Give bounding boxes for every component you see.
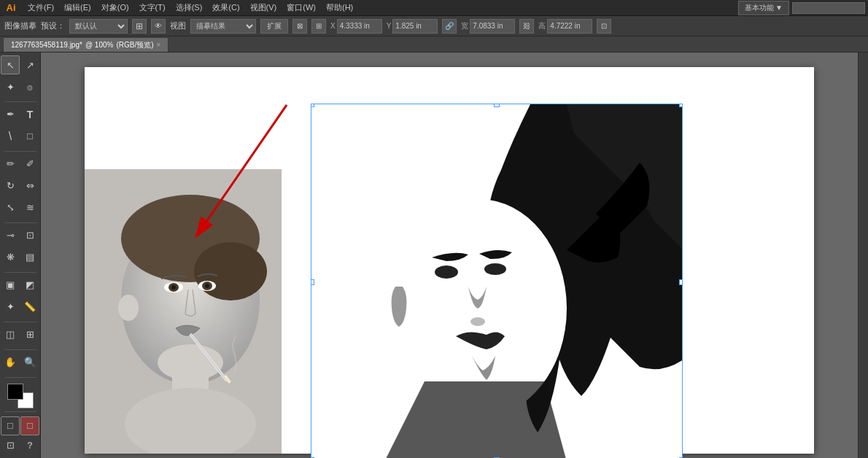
tab-bar: 12677635458119.jpg* @ 100% (RGB/预览) × xyxy=(0,36,868,53)
normal-mode-btn[interactable]: □ xyxy=(1,416,20,435)
paintbrush-tool[interactable]: ✏ xyxy=(1,155,20,174)
traced-result-svg xyxy=(311,104,683,458)
scale-tool[interactable]: ⤡ xyxy=(1,198,20,217)
tab-zoom: @ 100% xyxy=(85,41,114,49)
width-tool[interactable]: ⊸ xyxy=(1,226,20,245)
x-coord-group: X xyxy=(330,19,382,34)
h-coord-group: 高 xyxy=(538,19,592,34)
line-segment-tool[interactable]: \ xyxy=(1,127,20,146)
slice-tool[interactable]: ◩ xyxy=(20,276,39,295)
rotate-tool[interactable]: ↻ xyxy=(1,176,20,195)
selection-handle-mr xyxy=(679,279,683,285)
preset-label: 预设： xyxy=(41,20,65,31)
foreground-color-swatch[interactable] xyxy=(7,384,23,400)
svg-point-6 xyxy=(171,285,176,290)
quick-mask-btn[interactable]: □ xyxy=(20,416,39,435)
free-transform-tool[interactable]: ⊡ xyxy=(20,226,39,245)
y-input[interactable] xyxy=(392,19,438,34)
workspace-button[interactable]: 基本功能 ▼ xyxy=(738,1,789,15)
selection-handle-ml xyxy=(311,279,314,285)
pen-tool[interactable]: ✒ xyxy=(1,105,20,124)
w-label: 宽 xyxy=(461,21,468,31)
w-input[interactable] xyxy=(470,19,515,34)
symbol-sprayer-tool[interactable]: ❋ xyxy=(1,248,20,267)
link-icon[interactable]: 🔗 xyxy=(442,19,457,34)
options-icon-1[interactable]: ⊠ xyxy=(292,19,307,34)
svg-point-9 xyxy=(205,284,209,288)
lasso-tool[interactable]: ⌾ xyxy=(20,77,39,96)
view-icon[interactable]: 👁 xyxy=(151,19,166,34)
selection-tool[interactable]: ↖ xyxy=(1,55,20,74)
type-tool[interactable]: T xyxy=(20,105,39,124)
menu-bar: Ai 文件(F) 编辑(E) 对象(O) 文字(T) 选择(S) 效果(C) 视… xyxy=(0,0,868,16)
tab-mode: (RGB/预览) xyxy=(116,40,153,50)
traced-image xyxy=(311,104,683,458)
mirror-tool[interactable]: ⇔ xyxy=(20,176,39,195)
measure-tool[interactable]: 📏 xyxy=(20,298,39,317)
menu-select[interactable]: 选择(S) xyxy=(171,1,207,15)
w-coord-group: 宽 xyxy=(461,19,515,34)
selection-handle-tr xyxy=(679,104,683,107)
menu-file[interactable]: 文件(F) xyxy=(23,1,58,15)
h-label: 高 xyxy=(538,21,546,31)
y-label: Y xyxy=(387,22,392,30)
search-input[interactable] xyxy=(792,2,865,14)
options-bar: 图像描摹 预设： 默认认 ⊞ 👁 视图 描摹结果 扩展 ⊠ ⊞ X Y 🔗 宽 … xyxy=(0,16,868,36)
menu-window[interactable]: 窗口(W) xyxy=(282,1,320,15)
rectangle-tool[interactable]: □ xyxy=(20,127,39,146)
tab-filename: 12677635458119.jpg* xyxy=(11,41,82,49)
menu-help[interactable]: 帮助(H) xyxy=(322,1,357,15)
workspace-controls: 基本功能 ▼ xyxy=(738,1,865,15)
mesh-tool[interactable]: ⊞ xyxy=(20,325,39,344)
x-label: X xyxy=(330,22,336,30)
direct-selection-tool[interactable]: ↗ xyxy=(20,55,39,74)
selection-handle-tm xyxy=(494,104,500,107)
expand-button[interactable]: 扩展 xyxy=(260,19,288,34)
question-btn[interactable]: ? xyxy=(20,436,39,455)
eyedropper-tool[interactable]: ✦ xyxy=(1,298,20,317)
svg-point-3 xyxy=(194,242,267,300)
magic-wand-tool[interactable]: ✦ xyxy=(1,77,20,96)
menu-effect[interactable]: 效果(C) xyxy=(208,1,244,15)
toolbar: ↖ ↗ ✦ ⌾ ✒ T \ □ ✏ ✐ ↻ ⇔ ⤡ ≋ ⊸ xyxy=(0,53,41,458)
screen-mode-btn[interactable]: ⊡ xyxy=(1,436,20,455)
preset-select[interactable]: 默认认 xyxy=(69,19,128,34)
menu-object[interactable]: 对象(O) xyxy=(97,1,133,15)
transform-icon[interactable]: ⊡ xyxy=(597,19,611,34)
view-select[interactable]: 描摹结果 xyxy=(190,19,256,34)
right-panel xyxy=(858,53,868,458)
svg-point-19 xyxy=(435,265,458,279)
menu-view[interactable]: 视图(V) xyxy=(246,1,282,15)
svg-point-21 xyxy=(470,317,485,326)
original-photo-svg xyxy=(85,169,282,454)
x-input[interactable] xyxy=(337,19,382,34)
y-coord-group: Y xyxy=(387,19,438,34)
tab-close-button[interactable]: × xyxy=(157,41,161,49)
view-label: 视图 xyxy=(170,20,186,31)
chain-icon[interactable]: ⛓ xyxy=(519,19,534,34)
workspace: ↖ ↗ ✦ ⌾ ✒ T \ □ ✏ ✐ ↻ ⇔ ⤡ ≋ ⊸ xyxy=(0,53,868,458)
menu-text[interactable]: 文字(T) xyxy=(135,1,170,15)
h-input[interactable] xyxy=(547,19,592,34)
original-image xyxy=(85,169,282,454)
gradient-tool[interactable]: ◫ xyxy=(1,325,20,344)
artboard-tool[interactable]: ▣ xyxy=(1,276,20,295)
document-tab[interactable]: 12677635458119.jpg* @ 100% (RGB/预览) × xyxy=(3,37,168,52)
zoom-tool[interactable]: 🔍 xyxy=(20,353,39,372)
column-graph-tool[interactable]: ▤ xyxy=(20,248,39,267)
menu-edit[interactable]: 编辑(E) xyxy=(60,1,96,15)
warp-tool[interactable]: ≋ xyxy=(20,198,39,217)
selection-handle-tl xyxy=(311,104,314,107)
canvas-area xyxy=(41,53,858,458)
preset-icon-btn[interactable]: ⊞ xyxy=(132,19,147,34)
tool-name-label: 图像描摹 xyxy=(4,20,36,31)
svg-point-20 xyxy=(484,263,506,275)
app-logo: Ai xyxy=(3,0,19,16)
pencil-tool[interactable]: ✐ xyxy=(20,155,39,174)
hand-tool[interactable]: ✋ xyxy=(1,353,20,372)
color-swatches[interactable] xyxy=(7,384,34,408)
options-icon-2[interactable]: ⊞ xyxy=(311,19,326,34)
artboard xyxy=(85,67,814,454)
svg-point-16 xyxy=(118,295,139,321)
